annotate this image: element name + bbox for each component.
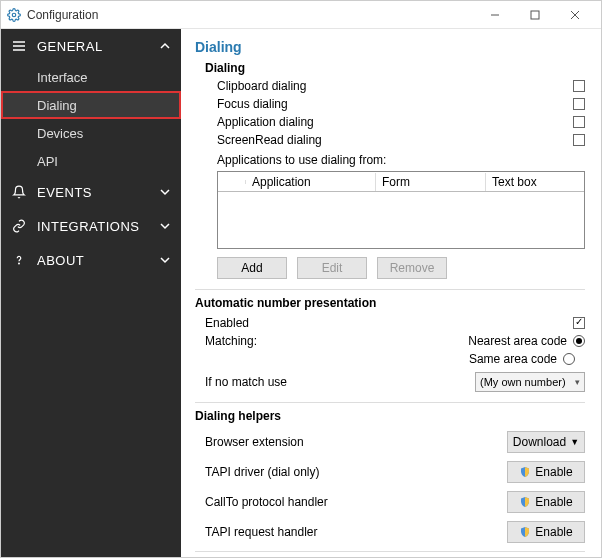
button-label: Enable (535, 465, 572, 479)
enable-tapi-driver-button[interactable]: Enable (507, 461, 585, 483)
nav-section-events[interactable]: EVENTS (1, 175, 181, 209)
sidebar-item-label: Dialing (37, 98, 77, 113)
option-label: Clipboard dialing (217, 79, 573, 93)
chevron-down-icon: ▾ (575, 377, 580, 387)
sidebar-item-label: API (37, 154, 58, 169)
no-match-label: If no match use (205, 375, 475, 389)
table-col-textbox: Text box (486, 173, 584, 191)
matching-label: Matching: (205, 334, 468, 348)
helper-label: CallTo protocol handler (205, 495, 507, 509)
nearest-area-code-radio[interactable] (573, 335, 585, 347)
nav-section-general[interactable]: GENERAL (1, 29, 181, 63)
svg-rect-2 (531, 11, 539, 19)
helpers-heading: Dialing helpers (195, 409, 585, 423)
nav-section-label: EVENTS (37, 185, 159, 200)
question-icon (11, 253, 27, 267)
chevron-up-icon (159, 40, 171, 52)
dialing-section-heading: Dialing (205, 61, 585, 75)
nav-section-integrations[interactable]: INTEGRATIONS (1, 209, 181, 243)
divider (195, 289, 585, 290)
close-button[interactable] (555, 1, 595, 29)
clipboard-dialing-checkbox[interactable] (573, 80, 585, 92)
bell-icon (11, 185, 27, 199)
add-button[interactable]: Add (217, 257, 287, 279)
minimize-button[interactable] (475, 1, 515, 29)
sidebar-item-label: Devices (37, 126, 83, 141)
configuration-window: Configuration GENERAL Interface Dialing … (0, 0, 602, 558)
anp-enabled-checkbox[interactable] (573, 317, 585, 329)
anp-heading: Automatic number presentation (195, 296, 585, 310)
screenread-dialing-checkbox[interactable] (573, 134, 585, 146)
sidebar-item-devices[interactable]: Devices (1, 119, 181, 147)
content-panel: Dialing Dialing Clipboard dialing Focus … (181, 29, 601, 557)
page-title: Dialing (195, 39, 585, 55)
shield-icon (519, 526, 531, 538)
option-label: Focus dialing (217, 97, 573, 111)
chevron-down-icon (159, 186, 171, 198)
nav-section-label: INTEGRATIONS (37, 219, 159, 234)
svg-point-8 (19, 263, 20, 264)
table-col-form: Form (376, 173, 486, 191)
table-col-blank (218, 180, 246, 184)
svg-point-0 (12, 13, 16, 17)
sidebar-item-api[interactable]: API (1, 147, 181, 175)
shield-icon (519, 496, 531, 508)
option-label: Application dialing (217, 115, 573, 129)
applications-label: Applications to use dialing from: (217, 153, 585, 167)
helper-label: TAPI driver (dial only) (205, 465, 507, 479)
link-icon (11, 219, 27, 233)
hamburger-icon (11, 39, 27, 53)
edit-button[interactable]: Edit (297, 257, 367, 279)
shield-icon (519, 466, 531, 478)
enabled-label: Enabled (205, 316, 573, 330)
applications-table: Application Form Text box (217, 171, 585, 249)
remove-button[interactable]: Remove (377, 257, 447, 279)
window-title: Configuration (27, 8, 475, 22)
chevron-down-icon (159, 220, 171, 232)
sidebar-item-label: Interface (37, 70, 88, 85)
chevron-down-icon: ▼ (570, 437, 579, 447)
gear-icon (7, 8, 21, 22)
sidebar: GENERAL Interface Dialing Devices API EV… (1, 29, 181, 557)
select-value: (My own number) (480, 376, 566, 388)
focus-dialing-checkbox[interactable] (573, 98, 585, 110)
nav-section-label: GENERAL (37, 39, 159, 54)
no-match-select[interactable]: (My own number) ▾ (475, 372, 585, 392)
button-label: Download (513, 435, 566, 449)
option-label: ScreenRead dialing (217, 133, 573, 147)
application-dialing-checkbox[interactable] (573, 116, 585, 128)
table-col-application: Application (246, 173, 376, 191)
download-button[interactable]: Download ▼ (507, 431, 585, 453)
enable-callto-button[interactable]: Enable (507, 491, 585, 513)
button-label: Enable (535, 495, 572, 509)
enable-tapi-request-button[interactable]: Enable (507, 521, 585, 543)
radio-label: Same area code (469, 352, 557, 366)
helper-label: TAPI request handler (205, 525, 507, 539)
same-area-code-radio[interactable] (563, 353, 575, 365)
chevron-down-icon (159, 254, 171, 266)
divider (195, 402, 585, 403)
sidebar-item-dialing[interactable]: Dialing (1, 91, 181, 119)
button-label: Enable (535, 525, 572, 539)
nav-section-about[interactable]: ABOUT (1, 243, 181, 277)
nav-section-label: ABOUT (37, 253, 159, 268)
helper-label: Browser extension (205, 435, 507, 449)
titlebar: Configuration (1, 1, 601, 29)
radio-label: Nearest area code (468, 334, 567, 348)
divider (195, 551, 585, 552)
table-body-empty (218, 192, 584, 248)
sidebar-item-interface[interactable]: Interface (1, 63, 181, 91)
maximize-button[interactable] (515, 1, 555, 29)
